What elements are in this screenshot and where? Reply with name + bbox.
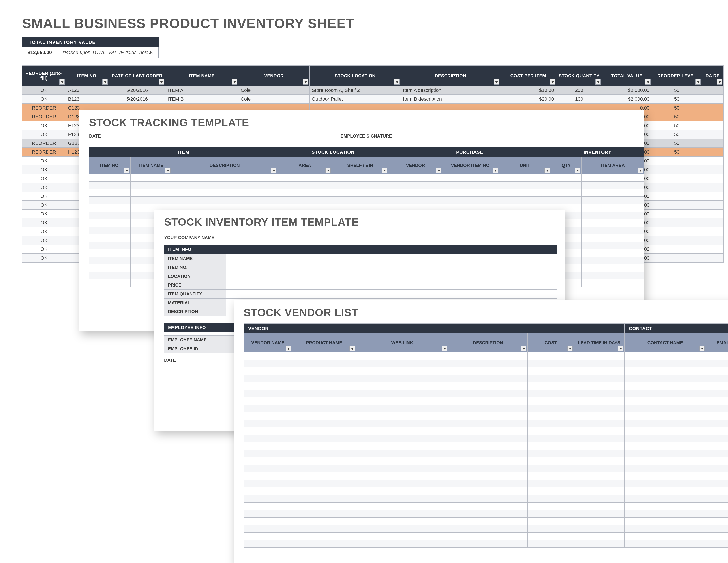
vendor-cell[interactable] [625,398,706,405]
inv-cell[interactable] [652,156,702,165]
vendor-row[interactable] [244,435,728,443]
vendor-cell[interactable] [528,383,574,390]
vendor-cell[interactable] [356,480,448,488]
track-cell[interactable] [332,174,388,182]
track-cell[interactable] [89,212,131,219]
vendor-row[interactable] [244,352,728,360]
vendor-cell[interactable] [292,390,356,398]
vendor-cell[interactable] [528,352,574,360]
track-cell[interactable] [278,182,332,189]
vendor-cell[interactable] [625,435,706,443]
vendor-cell[interactable] [625,510,706,518]
vendor-cell[interactable] [574,383,624,390]
vendor-cell[interactable] [244,465,292,473]
inv-cell[interactable]: REORDER [22,148,66,156]
track-cell[interactable] [581,249,644,257]
inv-cell[interactable]: OK [22,236,66,245]
vendor-cell[interactable] [244,435,292,443]
inv-cell[interactable]: Item A description [401,86,500,95]
vendor-cell[interactable] [356,420,448,428]
inv-cell[interactable]: 5/20/2016 [109,95,165,103]
vendor-cell[interactable] [574,405,624,413]
inv-cell[interactable] [702,130,723,139]
vendor-cell[interactable] [292,473,356,480]
vendor-col-2[interactable]: WEB LINK [356,334,448,352]
vendor-cell[interactable] [448,352,527,360]
inv-cell[interactable]: OK [22,156,66,165]
track-cell[interactable] [388,197,443,204]
vendor-cell[interactable] [356,413,448,420]
vendor-row[interactable] [244,390,728,398]
inv-cell[interactable]: OK [22,121,66,130]
vendor-cell[interactable] [706,368,728,375]
vendor-cell[interactable] [448,503,527,510]
vendor-cell[interactable] [625,465,706,473]
vendor-cell[interactable] [528,480,574,488]
vendor-cell[interactable] [625,420,706,428]
track-cell[interactable] [278,197,332,204]
vendor-cell[interactable] [528,473,574,480]
vendor-cell[interactable] [528,390,574,398]
inv-col-9[interactable]: TOTAL VALUE [602,66,652,86]
inv-cell[interactable] [652,218,702,227]
inv-col-4[interactable]: VENDOR [238,66,309,86]
item-field-value[interactable] [226,254,557,263]
inv-cell[interactable] [702,227,723,236]
vendor-cell[interactable] [528,450,574,458]
vendor-cell[interactable] [528,360,574,368]
inv-cell[interactable] [702,95,723,103]
vendor-cell[interactable] [706,480,728,488]
track-cell[interactable] [172,189,278,197]
inv-cell[interactable] [652,209,702,218]
inv-col-5[interactable]: STOCK LOCATION [310,66,401,86]
inv-cell[interactable] [702,174,723,183]
vendor-cell[interactable] [448,383,527,390]
vendor-cell[interactable] [528,413,574,420]
inv-cell[interactable]: OK [22,254,66,262]
vendor-cell[interactable] [625,443,706,450]
inv-cell[interactable] [702,156,723,165]
vendor-cell[interactable] [625,428,706,435]
inv-cell[interactable]: 50 [652,103,702,112]
vendor-cell[interactable] [448,360,527,368]
vendor-cell[interactable] [356,368,448,375]
track-col-2[interactable]: DESCRIPTION [172,157,278,174]
vendor-cell[interactable] [625,488,706,495]
vendor-cell[interactable] [244,488,292,495]
track-row[interactable] [89,182,644,189]
vendor-cell[interactable] [292,375,356,383]
track-col-9[interactable]: ITEM AREA [581,157,644,174]
vendor-cell[interactable] [625,533,706,540]
vendor-cell[interactable] [625,405,706,413]
vendor-col-5[interactable]: LEAD TIME IN DAYS [574,334,624,352]
track-cell[interactable] [499,197,551,204]
inv-cell[interactable] [702,183,723,192]
vendor-cell[interactable] [244,413,292,420]
track-col-8[interactable]: QTY [551,157,581,174]
vendor-cell[interactable] [292,458,356,465]
vendor-cell[interactable] [448,510,527,518]
inv-cell[interactable]: REORDER [22,103,66,112]
vendor-cell[interactable] [528,405,574,413]
inv-cell[interactable] [702,236,723,245]
vendor-cell[interactable] [356,398,448,405]
vendor-row[interactable] [244,488,728,495]
vendor-cell[interactable] [706,405,728,413]
vendor-cell[interactable] [448,435,527,443]
inv-cell[interactable] [702,192,723,201]
track-cell[interactable] [89,279,131,287]
inv-cell[interactable]: ITEM B [165,95,238,103]
track-cell[interactable] [89,227,131,234]
inv-cell[interactable] [702,103,723,112]
vendor-col-1[interactable]: PRODUCT NAME [292,334,356,352]
track-cell[interactable] [332,197,388,204]
vendor-row[interactable] [244,480,728,488]
vendor-cell[interactable] [244,443,292,450]
inv-col-0[interactable]: REORDER (auto-fill) [22,66,66,86]
vendor-cell[interactable] [574,428,624,435]
vendor-cell[interactable] [356,465,448,473]
track-cell[interactable] [89,242,131,249]
vendor-cell[interactable] [356,518,448,525]
vendor-cell[interactable] [528,465,574,473]
track-cell[interactable] [551,182,581,189]
